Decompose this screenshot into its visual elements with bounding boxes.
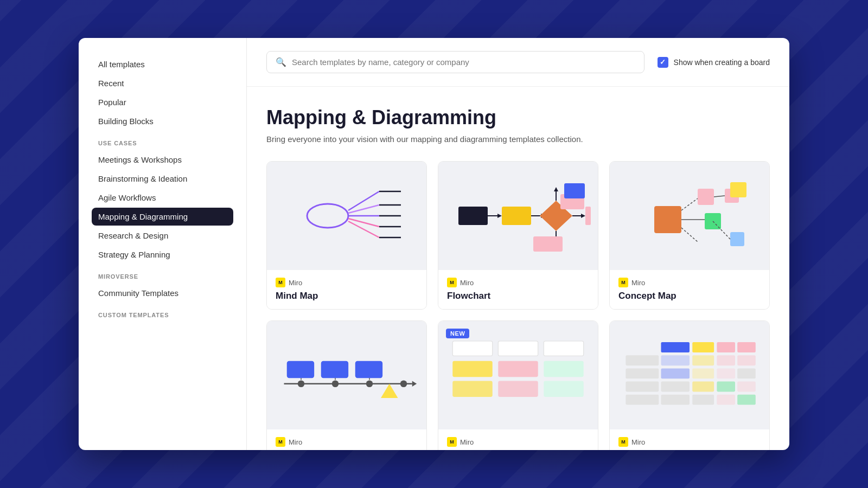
flowchart-author-row: M Miro (447, 278, 589, 287)
kanban-info: M Miro Kanban (438, 429, 598, 450)
svg-rect-57 (452, 341, 493, 356)
svg-rect-82 (737, 368, 756, 378)
svg-rect-70 (737, 342, 756, 352)
svg-rect-78 (737, 355, 756, 365)
show-when-creating-checkbox[interactable] (658, 57, 668, 68)
timeline-thumbnail (267, 321, 426, 429)
svg-rect-87 (661, 395, 690, 405)
svg-rect-77 (717, 355, 735, 365)
svg-rect-76 (692, 355, 714, 365)
svg-rect-80 (692, 368, 714, 378)
svg-rect-49 (321, 361, 348, 378)
svg-rect-86 (737, 382, 756, 392)
sidebar-item-meetings-workshops[interactable]: Meetings & Workshops (92, 151, 233, 169)
sidebar-item-strategy-planning[interactable]: Strategy & Planning (92, 246, 233, 264)
template-card-flowchart[interactable]: M Miro Flowchart (438, 161, 598, 310)
concept-map-name: Concept Map (618, 291, 761, 301)
flowchart-info: M Miro Flowchart (438, 270, 598, 309)
search-input[interactable] (292, 57, 635, 67)
svg-rect-62 (498, 361, 538, 377)
svg-rect-71 (626, 355, 659, 365)
svg-rect-89 (717, 395, 735, 405)
sidebar-item-all-templates[interactable]: All templates (92, 55, 233, 73)
svg-point-47 (400, 380, 407, 387)
miro-logo-flowchart: M (447, 278, 457, 287)
concept-map-info: M Miro Concept Map (610, 270, 769, 309)
category-title: Mapping & Diagramming (266, 106, 770, 129)
custom-templates-label: CUSTOM TEMPLATES (92, 303, 233, 323)
new-badge: NEW (446, 329, 469, 338)
svg-rect-69 (717, 342, 735, 352)
concept-map-thumbnail (610, 162, 769, 270)
svg-rect-88 (692, 395, 714, 405)
svg-rect-84 (692, 382, 714, 392)
svg-rect-13 (458, 207, 488, 225)
svg-rect-68 (692, 342, 714, 352)
kanban-author: Miro (460, 438, 474, 446)
sidebar: All templates Recent Popular Building Bl… (79, 38, 247, 450)
mind-map-info: M Miro Mind Map (267, 270, 426, 309)
svg-rect-83 (661, 382, 690, 392)
sidebar-item-research-design[interactable]: Research & Design (92, 227, 233, 245)
miro-logo-concept-map: M (618, 278, 628, 287)
miroverse-nav: Community Templates (92, 284, 233, 302)
flowchart-author: Miro (460, 279, 474, 287)
template-card-matrix[interactable]: M Miro Matrix (609, 320, 770, 450)
svg-rect-61 (452, 381, 493, 397)
matrix-thumbnail (610, 321, 769, 429)
timeline-author-row: M Miro (276, 437, 418, 447)
template-card-concept-map[interactable]: M Miro Concept Map (609, 161, 770, 310)
svg-rect-48 (287, 361, 314, 378)
mind-map-author: Miro (289, 279, 302, 287)
svg-rect-28 (533, 236, 563, 252)
svg-rect-73 (626, 382, 659, 392)
timeline-author: Miro (289, 438, 302, 446)
svg-rect-72 (626, 368, 659, 378)
content-area: Mapping & Diagramming Bring everyone int… (247, 87, 789, 450)
sidebar-item-recent[interactable]: Recent (92, 74, 233, 92)
sidebar-item-mapping-diagramming[interactable]: Mapping & Diagramming (92, 208, 233, 226)
miro-logo-kanban: M (447, 437, 457, 447)
concept-map-author: Miro (631, 279, 645, 287)
templates-grid: M Miro Mind Map (266, 161, 770, 450)
sidebar-item-community-templates[interactable]: Community Templates (92, 284, 233, 302)
svg-rect-25 (585, 207, 591, 225)
svg-rect-30 (614, 162, 765, 270)
top-nav: All templates Recent Popular Building Bl… (92, 55, 233, 130)
search-container[interactable]: 🔍 (266, 51, 644, 73)
svg-rect-75 (661, 355, 690, 365)
miro-logo-matrix: M (618, 437, 628, 447)
svg-rect-85 (717, 382, 735, 392)
svg-rect-67 (661, 342, 690, 352)
svg-rect-58 (498, 341, 538, 356)
matrix-author-row: M Miro (618, 437, 761, 447)
modal-container: All templates Recent Popular Building Bl… (79, 38, 789, 450)
svg-rect-31 (654, 206, 681, 233)
sidebar-item-brainstorming-ideation[interactable]: Brainstorming & Ideation (92, 170, 233, 188)
matrix-info: M Miro Matrix (610, 429, 769, 450)
svg-rect-35 (698, 189, 714, 205)
template-card-mind-map[interactable]: M Miro Mind Map (266, 161, 427, 310)
template-card-kanban[interactable]: NEW (438, 320, 598, 450)
concept-map-author-row: M Miro (618, 278, 761, 287)
svg-rect-60 (452, 361, 493, 377)
kanban-thumbnail: NEW (438, 321, 598, 429)
mind-map-thumbnail (267, 162, 426, 270)
mind-map-author-row: M Miro (276, 278, 418, 287)
sidebar-item-popular[interactable]: Popular (92, 93, 233, 111)
use-cases-label: USE CASES (92, 131, 233, 151)
main-panel: 🔍 Show when creating a board Mapping & D… (247, 38, 789, 450)
sidebar-item-agile-workflows[interactable]: Agile Workflows (92, 189, 233, 207)
flowchart-name: Flowchart (447, 291, 589, 301)
svg-rect-16 (502, 207, 531, 225)
svg-rect-38 (730, 232, 744, 246)
matrix-author: Miro (631, 438, 645, 446)
svg-rect-65 (544, 381, 584, 397)
search-bar-row: 🔍 Show when creating a board (247, 38, 789, 87)
sidebar-item-building-blocks[interactable]: Building Blocks (92, 112, 233, 130)
template-card-timeline[interactable]: M Miro Timeline (266, 320, 427, 450)
timeline-info: M Miro Timeline (267, 429, 426, 450)
svg-rect-59 (544, 341, 584, 356)
show-when-creating-row[interactable]: Show when creating a board (658, 57, 770, 68)
svg-rect-81 (717, 368, 735, 378)
